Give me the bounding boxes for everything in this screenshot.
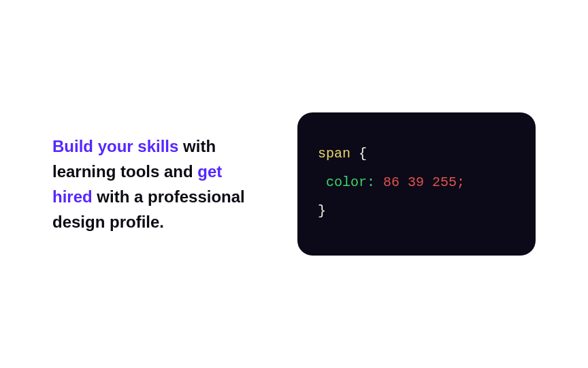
- code-colon: :: [367, 174, 375, 190]
- code-property: color: [326, 174, 367, 190]
- code-value: 86 39 255;: [383, 174, 465, 190]
- heading-text: Build your skills with learning tools an…: [52, 134, 263, 235]
- code-brace-close: }: [318, 203, 326, 219]
- code-selector: span: [318, 146, 350, 162]
- code-line-1: span {: [318, 140, 515, 168]
- heading-highlight-1: Build your skills: [52, 137, 178, 155]
- marketing-heading: Build your skills with learning tools an…: [52, 134, 263, 235]
- code-brace-open: {: [359, 146, 367, 162]
- code-line-3: }: [318, 197, 515, 226]
- code-line-2: color: 86 39 255;: [318, 168, 515, 197]
- code-snippet-card: span { color: 86 39 255; }: [297, 112, 536, 256]
